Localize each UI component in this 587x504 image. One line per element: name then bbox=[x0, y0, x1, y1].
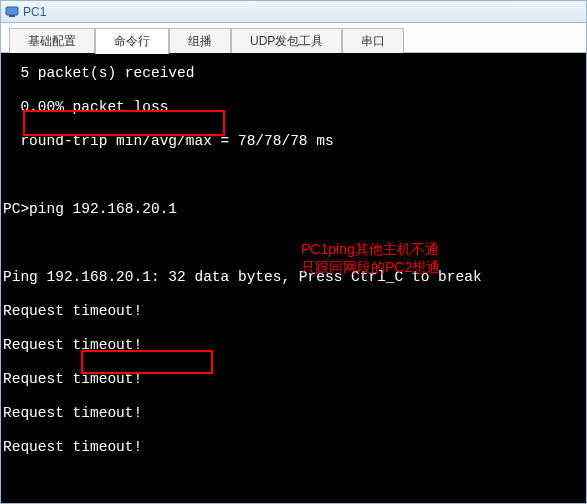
svg-rect-1 bbox=[9, 15, 15, 17]
tab-serial[interactable]: 串口 bbox=[342, 28, 404, 54]
tab-label: UDP发包工具 bbox=[250, 33, 323, 50]
titlebar[interactable]: PC1 bbox=[1, 1, 586, 23]
term-line: Request timeout! bbox=[3, 337, 584, 354]
term-line: round-trip min/avg/max = 78/78/78 ms bbox=[3, 133, 584, 150]
tab-multicast[interactable]: 组播 bbox=[169, 28, 231, 54]
app-icon bbox=[5, 5, 19, 19]
app-window: PC1 基础配置 命令行 组播 UDP发包工具 串口 5 packet(s) r… bbox=[0, 0, 587, 504]
term-line bbox=[3, 235, 584, 252]
term-line bbox=[3, 167, 584, 184]
term-line: 0.00% packet loss bbox=[3, 99, 584, 116]
tab-label: 基础配置 bbox=[28, 33, 76, 50]
tab-udp-tool[interactable]: UDP发包工具 bbox=[231, 28, 342, 54]
term-line bbox=[3, 473, 584, 490]
tab-basic-config[interactable]: 基础配置 bbox=[9, 28, 95, 54]
term-line: PC>ping 192.168.20.1 bbox=[3, 201, 584, 218]
term-line: Request timeout! bbox=[3, 371, 584, 388]
term-line: Request timeout! bbox=[3, 303, 584, 320]
tab-command-line[interactable]: 命令行 bbox=[95, 28, 169, 54]
term-line: 5 packet(s) received bbox=[3, 65, 584, 82]
tab-label: 组播 bbox=[188, 33, 212, 50]
term-line: Request timeout! bbox=[3, 439, 584, 456]
terminal-output: 5 packet(s) received 0.00% packet loss r… bbox=[1, 53, 586, 503]
tab-label: 串口 bbox=[361, 33, 385, 50]
window-title: PC1 bbox=[23, 5, 46, 19]
tabbar: 基础配置 命令行 组播 UDP发包工具 串口 bbox=[1, 23, 586, 53]
term-line: Request timeout! bbox=[3, 405, 584, 422]
tab-label: 命令行 bbox=[114, 33, 150, 50]
terminal-area[interactable]: 5 packet(s) received 0.00% packet loss r… bbox=[1, 53, 586, 503]
term-line: Ping 192.168.20.1: 32 data bytes, Press … bbox=[3, 269, 584, 286]
svg-rect-0 bbox=[6, 7, 18, 15]
